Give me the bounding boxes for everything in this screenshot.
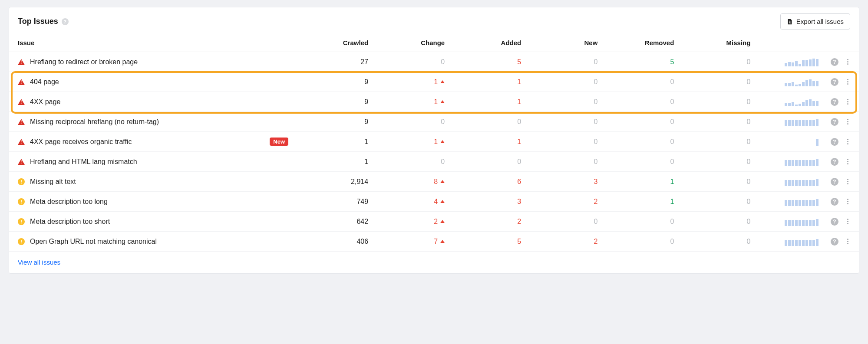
sparkline[interactable] <box>762 138 818 146</box>
issue-name: 4XX page <box>30 98 60 106</box>
new-value: 2 <box>594 198 597 205</box>
missing-value: 0 <box>747 198 751 205</box>
export-all-button[interactable]: Export all issues <box>780 13 850 29</box>
col-crawled[interactable]: Crawled <box>298 35 374 52</box>
sparkline[interactable] <box>762 58 818 66</box>
new-value: 3 <box>594 178 597 185</box>
warning-circle-icon <box>18 198 25 205</box>
more-menu-icon[interactable] <box>845 177 850 186</box>
new-value: 0 <box>594 138 597 145</box>
sparkline[interactable] <box>762 98 818 106</box>
row-help-icon[interactable]: ? <box>831 98 838 106</box>
row-help-icon[interactable]: ? <box>831 178 838 186</box>
new-value: 0 <box>594 78 597 85</box>
issue-name: Missing reciprocal hreflang (no return-t… <box>30 118 159 126</box>
more-menu-icon[interactable] <box>845 97 850 106</box>
panel-title: Top Issues <box>18 17 58 26</box>
new-value: 0 <box>594 158 597 165</box>
new-badge: New <box>270 138 288 146</box>
missing-value: 0 <box>747 78 751 85</box>
sparkline[interactable] <box>762 237 818 246</box>
removed-value: 0 <box>670 118 674 125</box>
missing-value: 0 <box>747 238 751 245</box>
col-issue[interactable]: Issue <box>9 35 298 52</box>
added-value: 2 <box>517 218 521 225</box>
more-menu-icon[interactable] <box>845 77 850 86</box>
added-value: 5 <box>517 58 521 66</box>
more-menu-icon[interactable] <box>845 197 850 206</box>
col-removed[interactable]: Removed <box>604 35 680 52</box>
sparkline[interactable] <box>762 118 818 126</box>
missing-value: 0 <box>747 98 751 105</box>
error-triangle-icon <box>18 159 25 165</box>
added-value: 1 <box>517 138 521 145</box>
row-help-icon[interactable]: ? <box>831 78 838 86</box>
table-row[interactable]: 4XX page receives organic trafficNew1110… <box>9 132 859 152</box>
help-icon[interactable]: ? <box>62 18 69 25</box>
row-help-icon[interactable]: ? <box>831 118 838 126</box>
table-row[interactable]: Hreflang and HTML lang mismatch100000? <box>9 152 859 172</box>
issue-name: Hreflang and HTML lang mismatch <box>30 158 137 166</box>
col-change[interactable]: Change <box>374 35 451 52</box>
added-value: 1 <box>517 78 521 85</box>
row-help-icon[interactable]: ? <box>831 138 838 146</box>
issue-name: Hreflang to redirect or broken page <box>30 58 138 66</box>
table-row[interactable]: 4XX page911000? <box>9 92 859 112</box>
download-icon <box>787 19 793 25</box>
more-menu-icon[interactable] <box>845 157 850 166</box>
table-row[interactable]: 404 page911000? <box>9 72 859 92</box>
trend-up-icon <box>440 100 445 103</box>
trend-up-icon <box>440 200 445 203</box>
issue-name: 4XX page receives organic traffic <box>30 138 132 146</box>
table-row[interactable]: Missing reciprocal hreflang (no return-t… <box>9 112 859 132</box>
change-value: 1 <box>434 98 445 106</box>
more-menu-icon[interactable] <box>845 117 850 126</box>
table-header-row: Issue Crawled Change Added New Removed M… <box>9 35 859 52</box>
row-help-icon[interactable]: ? <box>831 238 838 246</box>
more-menu-icon[interactable] <box>845 57 850 66</box>
new-value: 2 <box>594 238 597 245</box>
row-help-icon[interactable]: ? <box>831 218 838 226</box>
row-help-icon[interactable]: ? <box>831 58 838 66</box>
col-new[interactable]: New <box>527 35 604 52</box>
new-value: 0 <box>594 58 597 66</box>
trend-up-icon <box>440 80 445 83</box>
sparkline[interactable] <box>762 217 818 226</box>
card-header: Top Issues ? Export all issues <box>9 7 859 35</box>
col-missing[interactable]: Missing <box>680 35 756 52</box>
table-row[interactable]: Missing alt text2,91486310? <box>9 172 859 192</box>
warning-circle-icon <box>18 178 25 185</box>
sparkline[interactable] <box>762 157 818 166</box>
sparkline[interactable] <box>762 197 818 206</box>
table-row[interactable]: Open Graph URL not matching canonical406… <box>9 232 859 252</box>
sparkline[interactable] <box>762 177 818 186</box>
more-menu-icon[interactable] <box>845 137 850 146</box>
removed-value: 1 <box>670 198 674 205</box>
table-row[interactable]: Meta description too short64222000? <box>9 212 859 232</box>
missing-value: 0 <box>747 58 751 66</box>
missing-value: 0 <box>747 178 751 185</box>
crawled-value: 9 <box>364 78 368 85</box>
sparkline[interactable] <box>762 78 818 86</box>
table-row[interactable]: Hreflang to redirect or broken page27050… <box>9 52 859 72</box>
issue-name: 404 page <box>30 78 59 86</box>
change-value: 1 <box>434 138 445 146</box>
warning-circle-icon <box>18 218 25 225</box>
crawled-value: 1 <box>364 158 368 165</box>
row-help-icon[interactable]: ? <box>831 198 838 206</box>
title-wrap: Top Issues ? <box>18 17 69 26</box>
table-row[interactable]: Meta description too long74943210? <box>9 192 859 212</box>
more-menu-icon[interactable] <box>845 237 850 246</box>
issue-name: Open Graph URL not matching canonical <box>30 238 157 246</box>
crawled-value: 27 <box>360 58 368 66</box>
more-menu-icon[interactable] <box>845 217 850 226</box>
added-value: 1 <box>517 98 521 105</box>
missing-value: 0 <box>747 218 751 225</box>
crawled-value: 406 <box>356 238 368 245</box>
view-all-link[interactable]: View all issues <box>18 259 60 266</box>
added-value: 5 <box>517 238 521 245</box>
row-help-icon[interactable]: ? <box>831 158 838 166</box>
col-added[interactable]: Added <box>451 35 527 52</box>
issue-name: Meta description too short <box>30 218 110 226</box>
new-value: 0 <box>594 98 597 105</box>
